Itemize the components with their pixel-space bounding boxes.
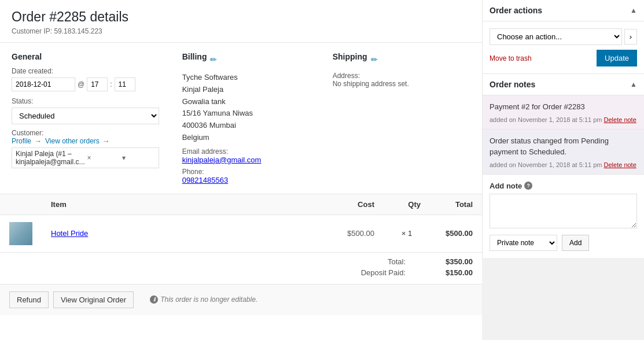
add-note-button[interactable]: Add <box>562 235 589 251</box>
time-minute-input[interactable] <box>115 77 135 91</box>
order-title: Order #2285 details <box>12 9 470 25</box>
view-original-order-button[interactable]: View Original Order <box>53 291 134 308</box>
footer-note: ℹ This order is no longer editable. <box>150 295 257 304</box>
profile-link[interactable]: Profile <box>12 137 31 145</box>
billing-address: Tyche Softwares Kinjal Paleja Gowalia ta… <box>182 72 310 144</box>
billing-edit-icon[interactable]: ✏ <box>210 55 217 64</box>
add-note-label: Add note ? <box>490 182 637 190</box>
footer-note-text: This order is no longer editable. <box>160 295 257 304</box>
customer-label: Customer: Profile → View other orders → <box>12 129 159 145</box>
colon-label: : <box>110 80 112 88</box>
note-meta-2: added on November 1, 2018 at 5:11 pm Del… <box>490 161 637 168</box>
order-actions-header[interactable]: Order actions ▲ <box>483 0 644 21</box>
add-note-info-icon: ? <box>524 182 532 190</box>
order-notes-title: Order notes <box>490 80 535 89</box>
order-footer: Refund View Original Order ℹ This order … <box>0 284 482 315</box>
total-value: $350.00 <box>415 257 473 266</box>
move-to-trash-link[interactable]: Move to trash <box>490 54 532 62</box>
note-type-select[interactable]: Private note Customer note <box>490 235 557 251</box>
item-qty: × 1 <box>402 229 412 238</box>
deposit-label: Deposit Paid: <box>345 268 415 277</box>
customer-clear[interactable]: × <box>87 154 120 162</box>
billing-email-label: Email address: <box>182 147 310 156</box>
date-input[interactable] <box>12 77 75 91</box>
billing-phone-label: Phone: <box>182 168 310 176</box>
add-note-section: Add note ? Private note Customer note Ad… <box>483 175 644 258</box>
note-text-1: Payment #2 for Order #2283 <box>490 101 637 113</box>
customer-ip: Customer IP: 59.183.145.223 <box>12 27 470 35</box>
view-other-orders-link[interactable]: View other orders <box>45 137 100 145</box>
col-cost-header: Cost <box>332 194 384 215</box>
status-select[interactable]: Scheduled <box>12 108 159 124</box>
action-select[interactable]: Choose an action... <box>490 28 622 45</box>
item-cost: $500.00 <box>347 229 374 238</box>
customer-value: Kinjal Paleja (#1 – kinjalpaleja@gmail.c… <box>16 150 85 166</box>
col-item-label: Item <box>42 194 332 215</box>
billing-section-title: Billing <box>182 52 207 61</box>
general-section-title: General <box>12 52 159 61</box>
order-notes-section: Order notes ▲ Payment #2 for Order #2283… <box>482 74 644 258</box>
col-item-header <box>0 194 42 215</box>
total-label: Total: <box>345 257 415 266</box>
refund-button[interactable]: Refund <box>9 291 49 308</box>
order-actions-title: Order actions <box>490 6 542 15</box>
billing-email[interactable]: kinjalpaleja@gmail.com <box>182 156 262 164</box>
delete-note-2[interactable]: Delete note <box>604 161 636 168</box>
item-total: $500.00 <box>446 229 473 238</box>
note-item-2: Order status changed from Pending paymen… <box>483 130 644 175</box>
shipping-address-value: No shipping address set. <box>333 80 448 88</box>
note-meta-1: added on November 1, 2018 at 5:11 pm Del… <box>490 116 637 123</box>
deposit-value: $150.00 <box>415 268 473 277</box>
note-text-2: Order status changed from Pending paymen… <box>490 135 637 158</box>
col-qty-header: Qty <box>384 194 430 215</box>
totals-section: Total: $350.00 Deposit Paid: $150.00 <box>0 253 482 284</box>
action-arrow-button[interactable]: › <box>624 29 637 45</box>
items-table: Item Cost Qty Total Hotel Pride <box>0 194 482 253</box>
order-notes-content: Payment #2 for Order #2283 added on Nove… <box>483 95 644 258</box>
customer-select[interactable]: Kinjal Paleja (#1 – kinjalpaleja@gmail.c… <box>12 147 159 168</box>
time-hour-input[interactable] <box>87 77 108 91</box>
shipping-address-label: Address: <box>333 72 448 80</box>
order-notes-chevron: ▲ <box>630 80 637 88</box>
update-button[interactable]: Update <box>597 50 637 66</box>
status-label: Status: <box>12 97 159 105</box>
col-total-header: Total <box>430 194 482 215</box>
date-created-label: Date created: <box>12 67 159 75</box>
info-icon: ℹ <box>150 295 158 304</box>
customer-dropdown-arrow[interactable]: ▾ <box>122 154 155 162</box>
table-row: Hotel Pride $500.00 × 1 $500.00 <box>0 215 482 252</box>
delete-note-1[interactable]: Delete note <box>604 116 636 123</box>
order-actions-content: Choose an action... › Move to trash Upda… <box>483 21 644 74</box>
item-name-link[interactable]: Hotel Pride <box>51 229 88 238</box>
shipping-edit-icon[interactable]: ✏ <box>371 55 378 64</box>
order-notes-header[interactable]: Order notes ▲ <box>483 74 644 95</box>
item-image <box>9 222 32 245</box>
note-item-1: Payment #2 for Order #2283 added on Nove… <box>483 95 644 130</box>
order-actions-chevron: ▲ <box>630 6 637 14</box>
add-note-textarea[interactable] <box>490 194 637 228</box>
billing-phone[interactable]: 09821485563 <box>182 176 229 184</box>
order-actions-section: Order actions ▲ Choose an action... › Mo… <box>482 0 644 74</box>
shipping-section-title: Shipping <box>333 52 367 61</box>
at-label: @ <box>78 80 84 88</box>
